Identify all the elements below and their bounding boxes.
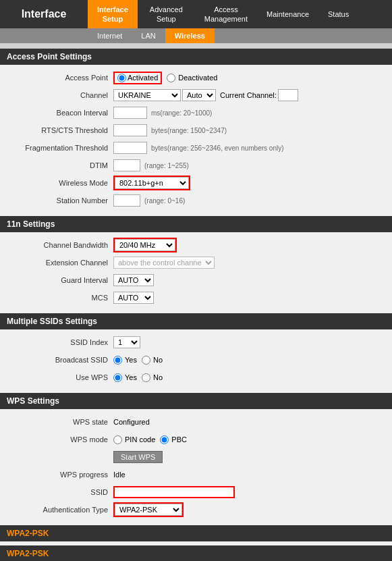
row-frag: Fragmentation Threshold 2346 bytes(range… — [5, 140, 387, 155]
input-frag[interactable]: 2346 — [113, 142, 147, 154]
row-ssid-index: SSID Index 1 — [5, 335, 387, 350]
select-auto[interactable]: Auto — [182, 89, 216, 101]
hint-beacon: ms(range: 20~1000) — [151, 109, 212, 117]
row-wps-mode: WPS mode PIN code PBC — [5, 432, 387, 447]
select-guard[interactable]: AUTO — [113, 274, 154, 286]
label-station: Station Number — [5, 196, 113, 205]
section-wps: WPS Settings WPS state Configured WPS mo… — [0, 393, 392, 525]
label-frag: Fragmentation Threshold — [5, 144, 113, 152]
label-pin-code: PIN code — [125, 435, 155, 444]
row-bandwidth: Channel Bandwidth 20/40 MHz — [5, 238, 387, 252]
row-auth-type: Authentication Type WPA2-PSK — [5, 502, 387, 517]
radio-wps-no[interactable] — [142, 373, 150, 382]
label-beacon: Beacon Interval — [5, 109, 113, 117]
hint-rts: bytes(range: 1500~2347) — [151, 127, 227, 134]
label-broadcast-no: No — [153, 356, 163, 364]
select-mcs[interactable]: AUTO — [113, 292, 154, 304]
row-ssid: SSID — [5, 485, 387, 500]
row-access-point: Access Point Activated Deactivated — [5, 70, 387, 85]
select-auth-type[interactable]: WPA2-PSK — [115, 504, 182, 516]
subnav-lan[interactable]: LAN — [132, 28, 165, 43]
row-wps-progress: WPS progress Idle — [5, 467, 387, 482]
label-rts: RTS/CTS Threshold — [5, 126, 113, 134]
label-channel: Channel — [5, 91, 113, 99]
label-mcs: MCS — [5, 294, 113, 302]
label-wps-yes: Yes — [125, 373, 137, 381]
section-wpa2-psk: WPA2-PSK Encryption TKIP/AES Pre-Shared … — [0, 545, 392, 561]
select-extension[interactable]: above the control channel — [113, 257, 215, 269]
radio-pbc[interactable] — [160, 435, 169, 444]
section-access-point: Access Point Settings Access Point Activ… — [0, 49, 392, 216]
label-auth-type: Authentication Type — [5, 506, 113, 514]
radio-pin-code[interactable] — [113, 435, 122, 444]
section-wps-header: WPS Settings — [0, 393, 392, 409]
row-start-wps: Start WPS — [5, 450, 387, 464]
label-wps-mode: WPS mode — [5, 435, 113, 444]
select-bandwidth[interactable]: 20/40 MHz — [115, 239, 175, 251]
hint-frag: bytes(range: 256~2346, even numbers only… — [151, 144, 284, 152]
row-rts: RTS/CTS Threshold 2347 bytes(range: 1500… — [5, 123, 387, 138]
label-ssid: SSID — [5, 488, 113, 496]
section-11n: 11n Settings Channel Bandwidth 20/40 MHz… — [0, 216, 392, 313]
wps-progress-value: Idle — [113, 471, 125, 479]
radio-wps-yes[interactable] — [113, 373, 122, 382]
label-wps-progress: WPS progress — [5, 471, 113, 479]
subnav-internet[interactable]: Internet — [88, 28, 132, 43]
select-channel[interactable]: UKRAINE — [113, 89, 181, 101]
section-ssids-header: Multiple SSIDs Settings — [0, 313, 392, 329]
hint-station: (range: 0~16) — [144, 197, 185, 205]
label-extension: Extension Channel — [5, 259, 113, 267]
section-ssids-body: SSID Index 1 Broadcast SSID Yes No — [0, 329, 392, 393]
nav-access-management[interactable]: AccessManagement — [195, 0, 257, 28]
select-wireless-mode[interactable]: 802.11b+g+n — [115, 177, 189, 189]
label-bandwidth: Channel Bandwidth — [5, 241, 113, 249]
main-content: Access Point Settings Access Point Activ… — [0, 49, 392, 561]
input-rts[interactable]: 2347 — [113, 124, 147, 136]
radio-activated[interactable] — [117, 74, 126, 82]
input-station[interactable]: 16 — [113, 194, 140, 207]
input-beacon[interactable]: 100 — [113, 107, 147, 119]
label-wps-state: WPS state — [5, 418, 113, 426]
row-wireless-mode: Wireless Mode 802.11b+g+n — [5, 176, 387, 190]
section-wpa2-header: WPA2-PSK — [0, 525, 392, 541]
label-dtim: DTIM — [5, 161, 113, 169]
current-channel-value: 13 — [278, 89, 298, 101]
label-use-wps: Use WPS — [5, 373, 113, 381]
section-access-point-body: Access Point Activated Deactivated Chann… — [0, 65, 392, 216]
current-channel-label: Current Channel: — [220, 91, 277, 99]
nav-interface-setup[interactable]: InterfaceSetup — [88, 0, 138, 28]
row-mcs: MCS AUTO — [5, 290, 387, 305]
label-access-point: Access Point — [5, 74, 113, 82]
radio-deactivated[interactable] — [167, 74, 175, 82]
input-dtim[interactable]: 1 — [113, 159, 140, 171]
nav-status[interactable]: Status — [318, 0, 358, 28]
label-deactivated: Deactivated — [178, 74, 217, 82]
label-guard: Guard Interval — [5, 276, 113, 284]
label-pbc: PBC — [171, 435, 187, 444]
section-wpa2-psk-header: WPA2-PSK — [0, 545, 392, 561]
label-ssid-index: SSID Index — [5, 338, 113, 346]
row-channel: Channel UKRAINE Auto Current Channel: 13 — [5, 88, 387, 103]
row-beacon: Beacon Interval 100 ms(range: 20~1000) — [5, 105, 387, 120]
nav-maintenance[interactable]: Maintenance — [257, 0, 318, 28]
radio-broadcast-no[interactable] — [142, 356, 150, 365]
label-wireless-mode: Wireless Mode — [5, 179, 113, 187]
row-broadcast-ssid: Broadcast SSID Yes No — [5, 352, 387, 367]
section-wps-body: WPS state Configured WPS mode PIN code P… — [0, 409, 392, 525]
section-multiple-ssids: Multiple SSIDs Settings SSID Index 1 Bro… — [0, 313, 392, 393]
row-guard: Guard Interval AUTO — [5, 273, 387, 288]
input-ssid[interactable] — [113, 486, 235, 498]
header: Interface InterfaceSetup Advanced Setup … — [0, 0, 392, 43]
section-access-point-header: Access Point Settings — [0, 49, 392, 65]
start-wps-button[interactable]: Start WPS — [113, 451, 163, 463]
select-ssid-index[interactable]: 1 — [113, 336, 140, 348]
nav-advanced-setup[interactable]: Advanced Setup — [138, 0, 195, 28]
label-wps-no: No — [153, 373, 163, 381]
wps-state-value: Configured — [113, 418, 150, 426]
radio-broadcast-yes[interactable] — [113, 356, 122, 365]
label-activated: Activated — [128, 74, 158, 82]
label-broadcast-ssid: Broadcast SSID — [5, 356, 113, 364]
row-station: Station Number 16 (range: 0~16) — [5, 193, 387, 208]
subnav-wireless[interactable]: Wireless — [165, 28, 215, 43]
row-dtim: DTIM 1 (range: 1~255) — [5, 158, 387, 173]
